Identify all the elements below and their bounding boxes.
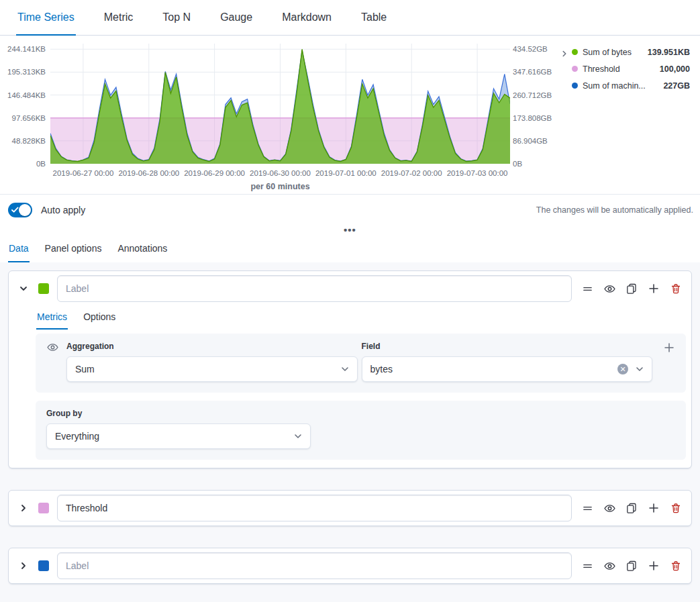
chevron-down-icon — [340, 364, 350, 374]
group-by-label: Group by — [46, 409, 675, 418]
legend-item[interactable]: Sum of bytes139.951KB — [572, 44, 690, 60]
chevron-right-icon — [18, 560, 29, 571]
plus-icon — [648, 503, 659, 513]
series-label-input[interactable] — [57, 275, 572, 302]
y-axis-label-right: 173.808GB — [513, 113, 561, 123]
tab-time-series[interactable]: Time Series — [16, 0, 76, 36]
toggle-metric-visibility-button[interactable] — [46, 341, 58, 353]
series-card-2 — [8, 490, 692, 526]
series-subtabs: Metrics Options — [9, 306, 691, 330]
plus-icon — [664, 342, 674, 353]
chevron-right-icon — [18, 503, 29, 513]
series-drag-handle[interactable] — [581, 502, 593, 514]
series-collapse-button[interactable] — [17, 282, 30, 295]
legend-item[interactable]: Sum of machin...227GB — [572, 77, 690, 94]
clone-series-button[interactable] — [626, 283, 638, 295]
y-axis-label-right: 347.616GB — [513, 67, 561, 77]
tab-options[interactable]: Options — [83, 306, 116, 330]
delete-series-button[interactable] — [670, 283, 682, 295]
eye-icon — [604, 283, 615, 295]
y-axis-label-right: 86.904GB — [513, 136, 561, 146]
field-select[interactable]: bytes ✕ — [362, 356, 653, 382]
series-expand-button[interactable] — [17, 501, 30, 515]
group-by-select[interactable]: Everything — [46, 423, 311, 449]
auto-apply-bar: Auto apply The changes will be automatic… — [0, 194, 700, 225]
timeseries-chart[interactable] — [50, 44, 510, 164]
tab-data[interactable]: Data — [8, 236, 30, 262]
toggle-series-visibility-button[interactable] — [603, 502, 615, 514]
tsvb-editor: Time Series Metric Top N Gauge Markdown … — [0, 0, 700, 602]
chart-legend: Sum of bytes139.951KBThreshold100,000Sum… — [572, 44, 690, 94]
legend-label: Sum of bytes — [583, 48, 632, 57]
delete-series-button[interactable] — [670, 560, 682, 572]
auto-apply-label[interactable]: Auto apply — [41, 205, 85, 215]
add-metric-button[interactable] — [663, 342, 675, 354]
clear-field-icon[interactable]: ✕ — [617, 364, 628, 374]
series-label-input[interactable] — [57, 552, 572, 579]
clone-series-button[interactable] — [626, 502, 638, 514]
tab-metric[interactable]: Metric — [103, 0, 135, 36]
field-field: Field bytes ✕ — [362, 342, 653, 382]
delete-series-button[interactable] — [670, 502, 682, 514]
aggregation-label: Aggregation — [66, 342, 358, 351]
chart-interval-label: per 60 minutes — [50, 182, 510, 191]
legend-label: Threshold — [583, 64, 620, 74]
y-axis-label-right: 260.712GB — [513, 91, 561, 100]
field-label: Field — [362, 342, 653, 351]
trash-icon — [670, 283, 681, 294]
add-series-button[interactable] — [648, 283, 660, 295]
series-drag-handle[interactable] — [581, 560, 593, 572]
drag-dots-icon: ••• — [344, 228, 356, 233]
tab-annotations[interactable]: Annotations — [117, 236, 168, 262]
tab-panel-options[interactable]: Panel options — [44, 236, 103, 262]
series-drag-handle[interactable] — [581, 283, 593, 295]
plus-icon — [648, 283, 659, 294]
trash-icon — [670, 503, 681, 513]
drag-handle-icon — [583, 284, 593, 294]
legend-value: 100,000 — [654, 64, 690, 74]
series-label-input[interactable] — [57, 495, 572, 521]
y-axis-label-left: 244.141KB — [0, 44, 46, 54]
legend-color-dot — [572, 66, 578, 72]
legend-value: 139.951KB — [642, 48, 690, 57]
toggle-series-visibility-button[interactable] — [603, 283, 615, 295]
series-actions — [581, 560, 683, 572]
y-axis-label-left: 97.656KB — [0, 113, 46, 123]
tab-gauge[interactable]: Gauge — [219, 0, 254, 36]
legend-color-dot — [572, 49, 578, 55]
editor-resize-handle[interactable]: ••• — [0, 225, 700, 236]
tab-table[interactable]: Table — [360, 0, 388, 36]
add-series-button[interactable] — [648, 560, 660, 572]
clone-series-button[interactable] — [626, 560, 638, 572]
tab-top-n[interactable]: Top N — [161, 0, 192, 36]
x-axis-label: 2019-07-03 00:00 — [437, 169, 517, 177]
auto-apply-toggle[interactable] — [8, 203, 32, 217]
y-axis-label-left: 48.828KB — [0, 136, 46, 146]
legend-color-dot — [572, 83, 578, 89]
add-series-button[interactable] — [648, 502, 660, 514]
editor-tabs: Data Panel options Annotations — [0, 236, 700, 262]
eye-icon — [47, 342, 58, 353]
series-actions — [581, 502, 683, 514]
plus-icon — [648, 560, 659, 571]
y-axis-label-left: 0B — [0, 159, 46, 168]
chart-area: per 60 minutes Sum of bytes139.951KBThre… — [0, 36, 700, 194]
aggregation-select[interactable]: Sum — [66, 356, 358, 382]
copy-icon — [626, 283, 637, 294]
trash-icon — [670, 560, 681, 571]
series-expand-button[interactable] — [17, 559, 30, 572]
eye-icon — [604, 560, 615, 572]
tab-metrics[interactable]: Metrics — [36, 306, 68, 330]
legend-item[interactable]: Threshold100,000 — [572, 60, 690, 77]
visualization-type-tabs: Time Series Metric Top N Gauge Markdown … — [0, 0, 700, 36]
series-color-swatch[interactable] — [38, 283, 49, 294]
series-editor: Metrics Options Aggregation Sum Field — [0, 262, 700, 602]
toggle-series-visibility-button[interactable] — [603, 560, 615, 572]
auto-apply-hint: The changes will be automatically applie… — [536, 205, 693, 215]
aggregation-value: Sum — [75, 364, 340, 374]
tab-markdown[interactable]: Markdown — [281, 0, 333, 36]
series-header — [9, 548, 691, 583]
aggregation-field: Aggregation Sum — [66, 342, 358, 382]
series-color-swatch[interactable] — [38, 503, 49, 513]
series-color-swatch[interactable] — [38, 560, 49, 571]
